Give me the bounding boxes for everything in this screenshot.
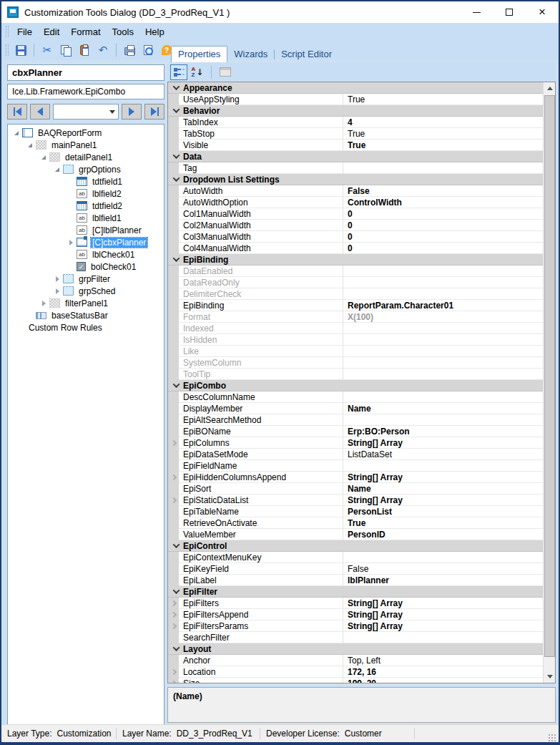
property-value[interactable]: Top, Left — [343, 655, 543, 666]
expander-collapsed-icon[interactable] — [39, 301, 48, 306]
property-value[interactable] — [343, 369, 543, 380]
tab-properties[interactable]: Properties — [171, 46, 227, 62]
property-row[interactable]: Col3ManualWidth0 — [168, 231, 543, 243]
expand-chevron-icon[interactable] — [168, 472, 179, 483]
property-value[interactable]: String[] Array — [343, 437, 543, 449]
property-row[interactable]: Size199, 20 — [168, 678, 543, 683]
scrollbar-thumb[interactable] — [544, 95, 555, 657]
category-row[interactable]: Appearance — [168, 82, 543, 94]
menu-edit[interactable]: Edit — [38, 25, 65, 39]
menu-file[interactable]: File — [11, 25, 38, 39]
property-value[interactable] — [343, 632, 543, 643]
tree-item[interactable]: ablblCheck01 — [8, 248, 164, 260]
property-row[interactable]: UseAppStylingTrue — [168, 94, 543, 105]
property-row[interactable]: DataReadOnly — [168, 277, 543, 288]
property-row[interactable]: ValueMemberPersonID — [168, 529, 543, 540]
property-row[interactable]: Col4ManualWidth0 — [168, 243, 543, 254]
copy-button[interactable] — [57, 42, 75, 59]
tab-script-editor[interactable]: Script Editor — [275, 47, 338, 62]
first-record-button[interactable] — [7, 104, 27, 120]
property-value[interactable]: 199, 20 — [343, 678, 543, 683]
expander-expanded-icon[interactable] — [53, 167, 62, 172]
property-value[interactable]: 4 — [343, 117, 543, 128]
expand-chevron-icon[interactable] — [168, 620, 179, 632]
last-record-button[interactable] — [144, 104, 164, 120]
tree-item[interactable]: ablblfield2 — [8, 188, 164, 200]
property-value[interactable]: ReportParam.Character01 — [343, 300, 543, 311]
property-value[interactable]: True — [343, 128, 543, 140]
property-row[interactable]: EpiFiltersString[] Array — [168, 598, 543, 609]
property-value[interactable]: Name — [343, 483, 543, 495]
close-button[interactable]: × — [526, 1, 559, 23]
property-value[interactable]: X(100) — [343, 311, 543, 323]
property-value[interactable]: PersonList — [343, 506, 543, 517]
resize-grip[interactable] — [548, 734, 556, 742]
property-value[interactable]: String[] Array — [343, 609, 543, 620]
tree-item[interactable]: detailPanel1 — [8, 151, 164, 163]
property-row[interactable]: EpiColumnsString[] Array — [168, 437, 543, 449]
property-row[interactable]: IsHidden — [168, 334, 543, 346]
property-row[interactable]: DataEnabled — [168, 266, 543, 277]
property-row[interactable]: TabIndex4 — [168, 117, 543, 128]
property-row[interactable]: EpiBONameErp:BO:Person — [168, 426, 543, 437]
property-value[interactable]: String[] Array — [343, 620, 543, 632]
property-value[interactable]: Name — [343, 403, 543, 414]
menu-tools[interactable]: Tools — [107, 25, 139, 39]
property-value[interactable]: String[] Array — [343, 495, 543, 506]
tree-item[interactable]: grpSched — [8, 285, 164, 297]
tree-item[interactable]: grpFilter — [8, 273, 164, 285]
tree-item[interactable]: mainPanel1 — [8, 139, 164, 151]
categorized-button[interactable] — [170, 64, 187, 80]
tree-item[interactable]: ablblfield1 — [8, 212, 164, 224]
property-row[interactable]: EpiTableNamePersonList — [168, 506, 543, 517]
category-row[interactable]: EpiFilter — [168, 586, 543, 598]
property-value[interactable] — [343, 552, 543, 563]
property-value[interactable]: 172, 16 — [343, 666, 543, 678]
property-value[interactable]: 0 — [343, 208, 543, 220]
property-value[interactable] — [343, 357, 543, 369]
category-row[interactable]: Behavior — [168, 105, 543, 117]
property-value[interactable]: 0 — [343, 231, 543, 243]
property-value[interactable] — [343, 162, 543, 174]
maximize-button[interactable] — [493, 1, 526, 23]
property-row[interactable]: EpiLabellblPlanner — [168, 575, 543, 586]
cut-button[interactable]: ✂ — [38, 42, 57, 59]
property-value[interactable] — [343, 323, 543, 334]
print-preview-button[interactable] — [139, 42, 157, 59]
property-value[interactable]: String[] Array — [343, 472, 543, 483]
property-row[interactable]: SearchFilter — [168, 632, 543, 643]
category-row[interactable]: EpiControl — [168, 540, 543, 552]
property-row[interactable]: Like — [168, 346, 543, 357]
alphabetical-sort-button[interactable]: AZ↓ — [189, 64, 206, 80]
property-value[interactable]: False — [343, 563, 543, 575]
property-value[interactable]: False — [343, 185, 543, 197]
property-row[interactable]: RetrieveOnActivateTrue — [168, 517, 543, 529]
property-row[interactable]: FormatX(100) — [168, 311, 543, 323]
next-record-button[interactable] — [122, 104, 142, 120]
property-row[interactable]: EpiKeyFieldFalse — [168, 563, 543, 575]
save-button[interactable] — [11, 42, 30, 59]
tree-item[interactable]: tdtfield2 — [8, 200, 164, 212]
property-value[interactable]: 0 — [343, 243, 543, 254]
property-value[interactable] — [343, 266, 543, 277]
expand-chevron-icon[interactable] — [168, 598, 179, 609]
record-combo[interactable] — [53, 104, 119, 120]
property-row[interactable]: EpiFieldName — [168, 460, 543, 472]
expander-expanded-icon[interactable] — [12, 131, 21, 135]
property-row[interactable]: EpiStaticDataListString[] Array — [168, 495, 543, 506]
category-row[interactable]: Dropdown List Settings — [168, 174, 543, 185]
property-value[interactable]: 0 — [343, 220, 543, 231]
property-row[interactable]: EpiHiddenColumnsAppendString[] Array — [168, 472, 543, 483]
paste-button[interactable] — [75, 42, 94, 59]
property-value[interactable] — [343, 414, 543, 426]
expander-collapsed-icon[interactable] — [53, 288, 62, 294]
expander-collapsed-icon[interactable] — [67, 240, 75, 245]
property-value[interactable]: PersonID — [343, 529, 543, 540]
property-row[interactable]: Indexed — [168, 323, 543, 334]
property-value[interactable] — [343, 391, 543, 403]
minimize-button[interactable] — [460, 1, 493, 23]
vertical-scrollbar[interactable] — [543, 82, 555, 683]
expand-chevron-icon[interactable] — [168, 495, 179, 506]
expand-chevron-icon[interactable] — [168, 678, 179, 683]
property-value[interactable]: True — [343, 140, 543, 151]
